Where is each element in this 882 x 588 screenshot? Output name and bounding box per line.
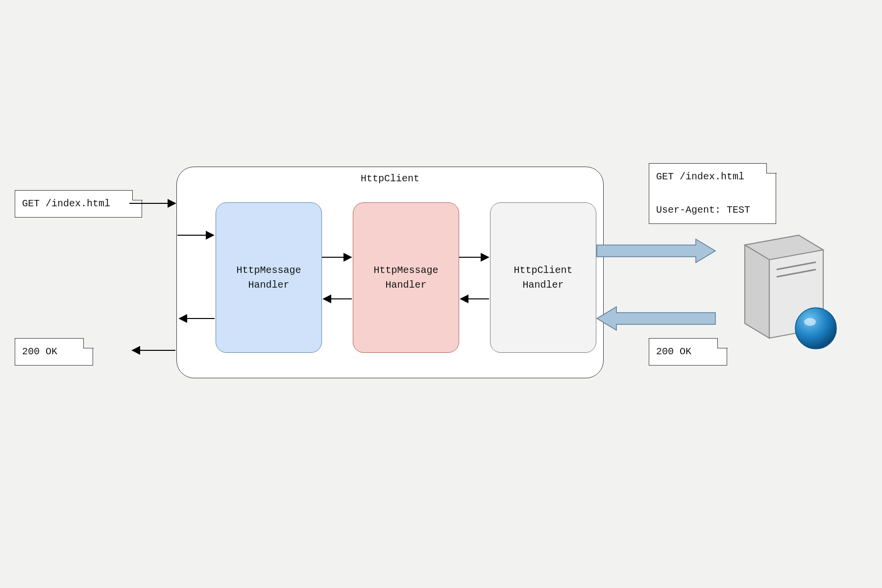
note-right-response: 200 OK [649, 338, 727, 366]
note-left-response: 200 OK [15, 338, 93, 366]
handler-2-label: HttpMessage Handler [373, 263, 438, 293]
svg-point-2 [795, 308, 836, 349]
handler-3-label: HttpClient Handler [514, 263, 572, 293]
note-left-response-text: 200 OK [22, 346, 57, 357]
handler-1-label: HttpMessage Handler [236, 263, 301, 293]
big-arrow-in [597, 307, 715, 330]
note-left-request-text: GET /index.html [22, 198, 110, 209]
svg-line-1 [777, 270, 816, 277]
handler-2: HttpMessage Handler [353, 202, 459, 353]
handler-1: HttpMessage Handler [216, 202, 322, 353]
note-right-request: GET /index.html User-Agent: TEST [649, 163, 776, 224]
big-arrow-out [597, 239, 715, 263]
note-right-response-text: 200 OK [656, 346, 691, 357]
handler-3: HttpClient Handler [490, 202, 596, 353]
httpclient-title: HttpClient [177, 173, 603, 184]
server-icon [745, 235, 836, 349]
note-right-request-text: GET /index.html User-Agent: TEST [656, 171, 750, 216]
svg-point-3 [804, 318, 816, 326]
svg-line-0 [777, 262, 816, 270]
diagram-canvas: HttpClient HttpMessage Handler HttpMessa… [0, 0, 882, 588]
note-left-request: GET /index.html [15, 190, 142, 218]
